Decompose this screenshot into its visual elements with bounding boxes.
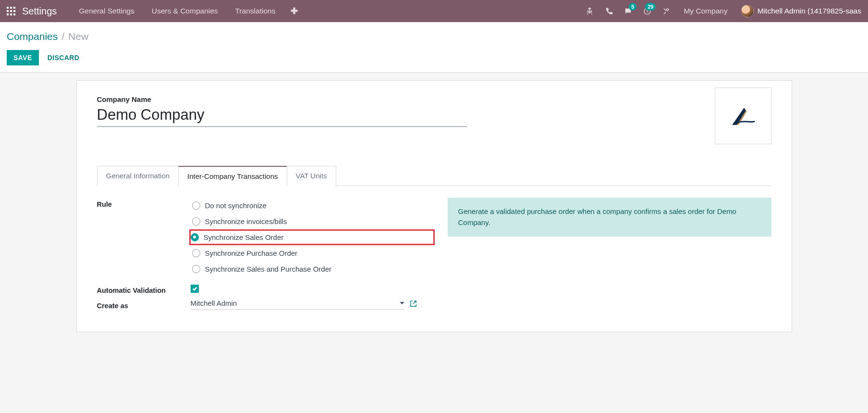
discard-button[interactable]: DISCARD <box>48 54 80 62</box>
radio-label: Synchronize invoices/bills <box>205 217 287 225</box>
control-buttons: SAVE DISCARD <box>7 50 861 65</box>
nav-item-general-settings[interactable]: General Settings <box>70 0 143 22</box>
breadcrumb: Companies / New <box>7 31 861 42</box>
tab-vat-units[interactable]: VAT Units <box>287 166 336 186</box>
form-container: Company Name General Information Inter-C… <box>0 73 868 332</box>
app-brand[interactable]: Settings <box>22 6 57 17</box>
avatar <box>741 5 754 17</box>
create-as-input-wrap[interactable] <box>191 299 404 310</box>
radio-label: Synchronize Purchase Order <box>205 249 298 257</box>
radio-icon <box>192 201 200 210</box>
create-as-label: Create as <box>97 299 191 310</box>
check-icon <box>192 286 197 291</box>
svg-rect-7 <box>10 13 12 15</box>
rule-label: Rule <box>97 198 191 208</box>
title-block: Company Name <box>97 95 467 127</box>
svg-rect-0 <box>7 7 9 9</box>
breadcrumb-separator: / <box>61 31 64 42</box>
save-button[interactable]: SAVE <box>7 50 39 65</box>
left-column: Rule Do not synchronize Synchronize invo… <box>97 198 433 313</box>
messages-icon[interactable]: 5 <box>618 0 637 22</box>
username-label: Mitchell Admin (14179825-saas <box>758 7 861 15</box>
user-menu[interactable]: Mitchell Admin (14179825-saas <box>735 5 863 17</box>
breadcrumb-current: New <box>68 31 88 42</box>
field-automatic-validation: Automatic Validation <box>97 284 433 294</box>
nav-item-translations[interactable]: Translations <box>227 0 284 22</box>
info-box: Generate a validated purchase order when… <box>448 198 771 237</box>
radio-label: Synchronize Sales Order <box>204 233 284 241</box>
company-name-label: Company Name <box>97 95 467 103</box>
breadcrumb-companies[interactable]: Companies <box>7 31 58 42</box>
phone-icon[interactable] <box>599 0 618 22</box>
company-logo-upload[interactable] <box>715 88 771 144</box>
field-rule: Rule Do not synchronize Synchronize invo… <box>97 198 433 277</box>
company-name-input[interactable] <box>97 105 467 127</box>
tools-icon[interactable] <box>657 0 676 22</box>
tabs: General Information Inter-Company Transa… <box>97 165 771 186</box>
nav-item-users-companies[interactable]: Users & Companies <box>143 0 227 22</box>
svg-rect-4 <box>10 10 12 12</box>
nav-menu: General Settings Users & Companies Trans… <box>70 0 305 22</box>
radio-icon <box>192 265 200 273</box>
svg-rect-8 <box>13 13 15 15</box>
auto-validation-checkbox[interactable] <box>191 285 199 293</box>
activities-badge: 29 <box>645 3 656 11</box>
top-navbar: Settings General Settings Users & Compan… <box>0 0 868 22</box>
radio-icon <box>192 217 200 225</box>
field-create-as: Create as <box>97 299 433 310</box>
rule-radio-group: Do not synchronize Synchronize invoices/… <box>191 198 433 277</box>
external-link-icon[interactable] <box>409 300 417 309</box>
right-column: Generate a validated purchase order when… <box>448 198 771 313</box>
rule-option-sync-sales-order[interactable]: Synchronize Sales Order <box>189 229 435 245</box>
create-as-field <box>191 299 433 310</box>
radio-icon <box>191 233 199 241</box>
nav-right: 5 29 My Company Mitchell Admin (14179825… <box>580 0 863 22</box>
svg-rect-5 <box>13 10 15 12</box>
activities-icon[interactable]: 29 <box>637 0 657 22</box>
nav-add-menu-icon[interactable]: ✚ <box>284 6 305 16</box>
rule-option-sync-purchase-order[interactable]: Synchronize Purchase Order <box>191 245 433 261</box>
svg-rect-2 <box>13 7 15 9</box>
rule-option-sync-invoices[interactable]: Synchronize invoices/bills <box>191 213 433 229</box>
auto-validation-label: Automatic Validation <box>97 284 191 294</box>
rule-option-do-not-sync[interactable]: Do not synchronize <box>191 198 433 213</box>
create-as-input[interactable] <box>191 299 400 307</box>
chevron-down-icon[interactable] <box>400 302 404 304</box>
tab-content: Rule Do not synchronize Synchronize invo… <box>97 186 771 313</box>
rule-option-sync-sales-and-purchase[interactable]: Synchronize Sales and Purchase Order <box>191 261 433 277</box>
svg-rect-3 <box>7 10 9 12</box>
company-switcher[interactable]: My Company <box>676 7 735 15</box>
messages-badge: 5 <box>629 3 636 11</box>
radio-label: Synchronize Sales and Purchase Order <box>205 265 331 273</box>
svg-rect-1 <box>10 7 12 9</box>
radio-label: Do not synchronize <box>205 201 267 210</box>
svg-rect-6 <box>7 13 9 15</box>
tab-general-information[interactable]: General Information <box>97 166 179 186</box>
tab-inter-company-transactions[interactable]: Inter-Company Transactions <box>178 166 287 186</box>
apps-menu-icon[interactable] <box>0 0 22 22</box>
debug-icon[interactable] <box>580 0 599 22</box>
control-panel: Companies / New SAVE DISCARD <box>0 22 868 73</box>
sheet-header: Company Name <box>97 95 771 144</box>
radio-icon <box>192 249 200 257</box>
form-sheet: Company Name General Information Inter-C… <box>76 80 792 332</box>
